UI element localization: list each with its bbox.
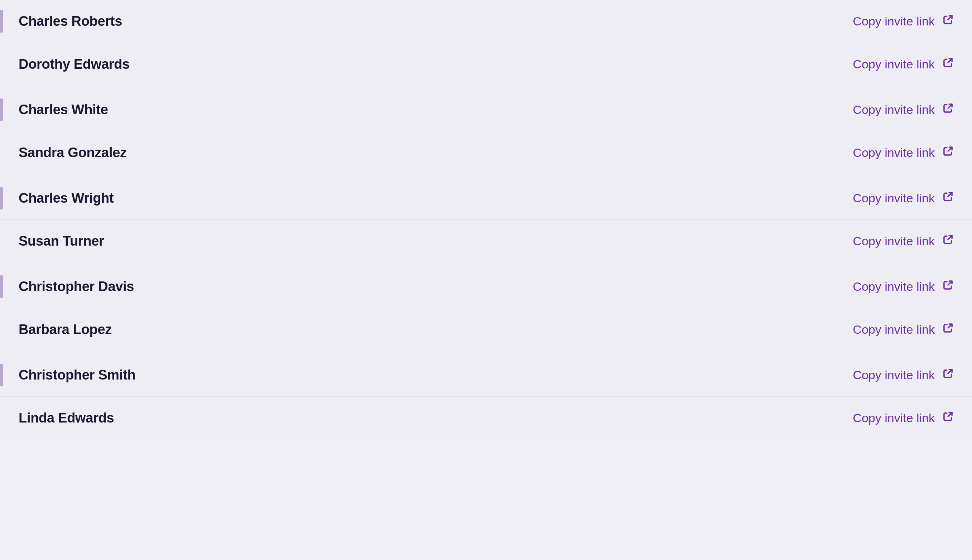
group-bar — [0, 98, 3, 121]
copy-link-icon — [941, 367, 955, 383]
copy-invite-label: Copy invite link — [853, 368, 935, 382]
copy-link-icon — [941, 144, 955, 161]
copy-invite-label: Copy invite link — [853, 323, 935, 337]
group-bar — [0, 364, 3, 386]
copy-invite-label: Copy invite link — [853, 57, 935, 71]
user-name: Susan Turner — [18, 233, 853, 249]
user-name: Christopher Smith — [18, 367, 853, 383]
copy-invite-button[interactable]: Copy invite link — [853, 98, 955, 121]
copy-link-icon — [941, 101, 955, 118]
list-item: Charles RobertsCopy invite link — [0, 0, 972, 43]
copy-invite-button[interactable]: Copy invite link — [853, 275, 955, 298]
copy-invite-label: Copy invite link — [853, 234, 935, 248]
list-item: Susan TurnerCopy invite link — [0, 220, 972, 262]
copy-invite-label: Copy invite link — [853, 146, 935, 160]
copy-invite-button[interactable]: Copy invite link — [853, 230, 955, 252]
copy-invite-button[interactable]: Copy invite link — [853, 187, 955, 210]
group-bar — [0, 53, 3, 75]
group-bar — [0, 407, 3, 429]
group-bar — [0, 187, 3, 210]
group-1: Charles RobertsCopy invite link Dorothy … — [0, 0, 972, 85]
group-2: Charles WhiteCopy invite link Sandra Gon… — [0, 88, 972, 174]
copy-invite-label: Copy invite link — [853, 191, 935, 205]
list-item: Christopher SmithCopy invite link — [0, 354, 972, 397]
list-item: Christopher DavisCopy invite link — [0, 265, 972, 308]
copy-link-icon — [941, 321, 955, 338]
group-bar — [0, 142, 3, 164]
list-item: Charles WhiteCopy invite link — [0, 88, 972, 132]
user-name: Charles White — [18, 102, 853, 117]
list-item: Dorothy EdwardsCopy invite link — [0, 43, 972, 85]
group-3: Charles WrightCopy invite link Susan Tur… — [0, 177, 972, 262]
copy-link-icon — [941, 190, 955, 207]
copy-invite-button[interactable]: Copy invite link — [853, 364, 955, 386]
list-item: Linda EdwardsCopy invite link — [0, 397, 972, 439]
user-name: Dorothy Edwards — [18, 57, 853, 72]
group-bar — [0, 10, 3, 33]
user-name: Charles Roberts — [18, 13, 853, 29]
group-bar — [0, 318, 3, 341]
group-bar — [0, 230, 3, 252]
copy-invite-button[interactable]: Copy invite link — [853, 407, 955, 429]
group-4: Christopher DavisCopy invite link Barbar… — [0, 265, 972, 351]
copy-invite-label: Copy invite link — [853, 14, 935, 28]
user-name: Barbara Lopez — [18, 322, 853, 337]
copy-invite-label: Copy invite link — [853, 280, 935, 293]
user-name: Sandra Gonzalez — [18, 145, 853, 160]
copy-invite-button[interactable]: Copy invite link — [853, 53, 955, 75]
user-name: Charles Wright — [18, 190, 853, 206]
copy-invite-button[interactable]: Copy invite link — [853, 142, 955, 164]
copy-invite-button[interactable]: Copy invite link — [853, 318, 955, 341]
copy-invite-label: Copy invite link — [853, 103, 935, 117]
group-bar — [0, 275, 3, 298]
copy-link-icon — [941, 56, 955, 73]
list-item: Charles WrightCopy invite link — [0, 177, 972, 220]
copy-link-icon — [941, 233, 955, 250]
copy-invite-button[interactable]: Copy invite link — [853, 10, 955, 33]
copy-invite-label: Copy invite link — [853, 411, 935, 425]
list-item: Barbara LopezCopy invite link — [0, 308, 972, 351]
copy-link-icon — [941, 13, 955, 30]
user-name: Linda Edwards — [18, 410, 853, 426]
copy-link-icon — [941, 410, 955, 427]
copy-link-icon — [941, 278, 955, 295]
user-name: Christopher Davis — [18, 279, 853, 294]
group-5: Christopher SmithCopy invite link Linda … — [0, 354, 972, 439]
list-item: Sandra GonzalezCopy invite link — [0, 132, 972, 174]
user-list: Charles RobertsCopy invite link Dorothy … — [0, 0, 972, 439]
